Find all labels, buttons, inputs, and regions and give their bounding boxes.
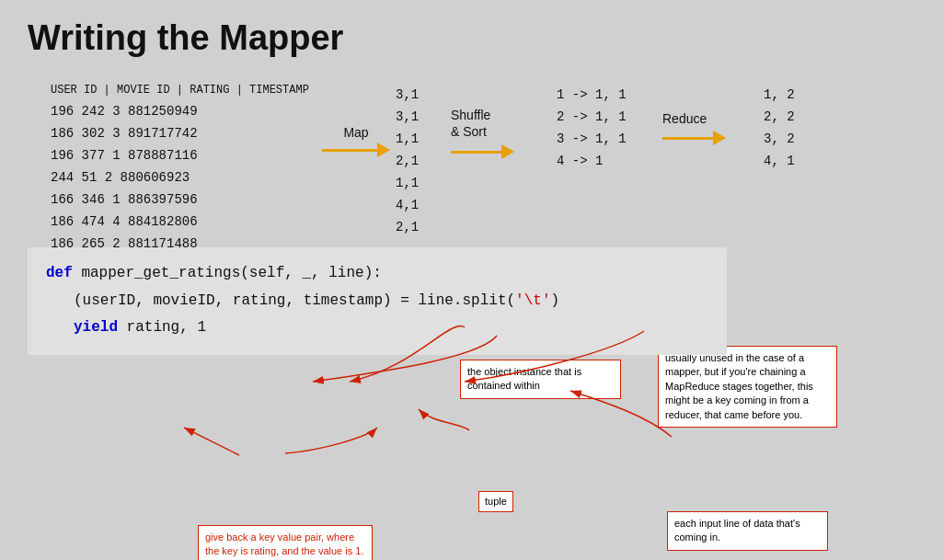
code-yield: yield [74,319,127,336]
shuffle-output: 1 -> 1, 1 2 -> 1, 1 3 -> 1, 1 4 -> 1 [557,84,627,172]
yield-annotation: give back a key value pair, where the ke… [198,525,373,560]
shuffle-label: Shuffle& Sort [451,107,490,140]
code-yield-args: rating, 1 [127,319,206,336]
code-def: def [46,265,81,281]
reduce-output: 1, 2 2, 2 3, 2 4, 1 [764,84,795,172]
code-self: self, _, line): [249,265,382,281]
main-page: Writing the Mapper USER ID | MOVIE ID | … [0,0,943,560]
raw-data-rows: 196 242 3 881250949 186 302 3 891717742 … [51,100,309,256]
code-unpack: (userID, movieID, rating, timestamp) = l… [74,292,515,309]
code-block: def mapper_get_ratings(self, _, line): (… [46,260,708,342]
map-label: Map [343,125,368,140]
self-annotation: the object instance that is contained wi… [460,360,621,399]
reduce-label: Reduce [662,111,707,126]
page-title: Writing the Mapper [28,18,915,58]
unused-annotation: usually unused in the case of a mapper, … [658,346,837,428]
line-annotation: each input line of data that's coming in… [667,511,828,551]
mapped-output: 3,1 3,1 1,1 2,1 1,1 4,1 2,1 [396,84,419,239]
code-funcname: mapper_get_ratings( [81,265,248,281]
code-string: '\t' [515,292,550,309]
tuple-annotation: tuple [478,491,513,512]
raw-data-header: USER ID | MOVIE ID | RATING | TIMESTAMP [51,84,309,97]
